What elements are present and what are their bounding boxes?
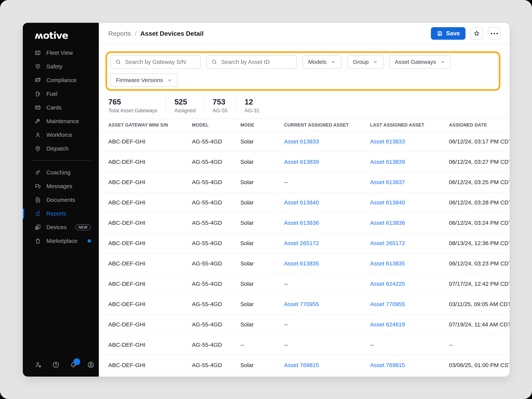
asset-link[interactable]: Asset 265172 xyxy=(370,240,405,246)
stat-ag-31: 12 AG-31 xyxy=(245,98,268,114)
new-badge: NEW xyxy=(76,224,91,230)
asset-link[interactable]: Asset 624225 xyxy=(370,281,405,287)
cell-last: Asset 624619 xyxy=(370,321,449,328)
cell-date: 06/12/24, 03:28 PM CDT xyxy=(449,199,510,206)
stat-value: 525 xyxy=(174,98,196,106)
asset-devices-table: ASSET GATEWAY MINI S/N MODEL MODE CURREN… xyxy=(99,119,510,375)
asset-link[interactable]: Asset 613835 xyxy=(284,260,319,266)
cell-last: Asset 613836 xyxy=(370,220,449,226)
asset-link[interactable]: Asset 613840 xyxy=(370,199,405,206)
asset-link[interactable]: Asset 613835 xyxy=(370,260,405,266)
sidebar-nav: Fleet View Safety Compliance Fuel Cards xyxy=(23,46,99,248)
gateway-search-input[interactable] xyxy=(125,58,196,65)
asset-search-input[interactable] xyxy=(221,58,292,65)
sidebar: ʍotive Fleet View Safety Compliance Fuel xyxy=(23,23,99,377)
stat-label: Assigned xyxy=(174,108,196,114)
cell-date: 07/17/24, 12:42 PM CDT xyxy=(449,281,510,287)
search-icon xyxy=(211,59,217,65)
asset-gateways-dropdown[interactable]: Asset Gateways xyxy=(389,55,451,69)
asset-link[interactable]: Asset 624619 xyxy=(370,321,405,328)
asset-link[interactable]: Asset 613840 xyxy=(284,199,319,206)
asset-link[interactable]: Asset 613833 xyxy=(284,138,319,145)
chevron-down-icon xyxy=(440,59,445,64)
sidebar-item-dispatch[interactable]: Dispatch xyxy=(23,142,99,155)
column-header-model: MODEL xyxy=(192,122,240,128)
cell-sn: ABC-DEF-GHI xyxy=(108,179,192,185)
sidebar-item-fuel[interactable]: Fuel xyxy=(23,87,99,101)
stats-row: 765 Total Asset Gateways 525 Assigned 75… xyxy=(99,91,510,114)
sidebar-footer xyxy=(23,361,99,377)
sidebar-item-compliance[interactable]: Compliance xyxy=(23,73,99,87)
account-icon[interactable] xyxy=(87,361,95,369)
table-row: ABC-DEF-GHIAG-55-4GDSolarAsset 769815Ass… xyxy=(99,355,510,375)
sidebar-item-label: Fuel xyxy=(46,91,57,97)
table-row: ABC-DEF-GHIAG-55-4GD-------- xyxy=(99,335,510,355)
user-settings-icon[interactable] xyxy=(35,361,42,369)
cell-mode: Solar xyxy=(240,321,284,328)
asset-link[interactable]: Asset 265172 xyxy=(284,240,319,246)
save-button[interactable]: Save xyxy=(431,27,466,40)
cell-model: AG-55-4GD xyxy=(192,179,240,185)
favorite-button[interactable] xyxy=(470,27,483,40)
cell-mode: Solar xyxy=(240,179,284,185)
stat-ag-55: 753 AG-55 xyxy=(213,98,236,114)
breadcrumb-parent[interactable]: Reports xyxy=(108,30,131,37)
star-icon xyxy=(474,30,480,37)
asset-link[interactable]: Asset 613836 xyxy=(284,220,319,226)
sidebar-divider xyxy=(32,160,91,161)
sidebar-item-messages[interactable]: Messages xyxy=(23,179,99,193)
asset-link[interactable]: Asset 613833 xyxy=(370,138,405,145)
sidebar-item-workforce[interactable]: Workforce xyxy=(23,128,99,142)
cell-model: AG-55-4GD xyxy=(192,199,240,206)
sidebar-item-documents[interactable]: Documents xyxy=(23,193,99,207)
chat-bubbles-icon xyxy=(35,183,41,190)
asset-link[interactable]: Asset 613839 xyxy=(284,159,319,165)
cell-current: Asset 613833 xyxy=(284,138,370,145)
help-icon[interactable] xyxy=(52,361,60,369)
cell-mode: Solar xyxy=(240,138,284,145)
sidebar-item-devices[interactable]: Devices NEW xyxy=(23,220,99,234)
cell-sn: ABC-DEF-GHI xyxy=(108,199,192,206)
sidebar-item-maintenance[interactable]: Maintenance xyxy=(23,114,99,128)
sidebar-item-safety[interactable]: Safety xyxy=(23,60,99,73)
sidebar-item-label: Maintenance xyxy=(46,118,79,124)
firmware-versions-dropdown[interactable]: Firmware Versions xyxy=(110,74,178,87)
asset-link[interactable]: Asset 613836 xyxy=(370,220,405,226)
app-window: ʍotive Fleet View Safety Compliance Fuel xyxy=(23,23,510,377)
group-dropdown[interactable]: Group xyxy=(347,55,383,69)
more-actions-button[interactable] xyxy=(488,27,500,40)
page-title: Asset Devices Detail xyxy=(140,30,204,37)
cell-last: Asset 769815 xyxy=(370,362,449,368)
sidebar-item-marketplace[interactable]: Marketplace xyxy=(23,234,99,248)
notifications-bell-icon[interactable] xyxy=(70,361,77,369)
asset-link[interactable]: Asset 613839 xyxy=(370,159,405,165)
column-header-last-assigned-asset: LAST ASSIGNED ASSET xyxy=(370,122,449,128)
gateway-search-box xyxy=(110,55,201,69)
stat-total-asset-gateways: 765 Total Asset Gateways xyxy=(108,98,166,114)
asset-link[interactable]: Asset 769815 xyxy=(284,362,319,368)
sidebar-item-label: Reports xyxy=(46,210,66,217)
cell-current: Asset 613840 xyxy=(284,199,370,206)
table-row: ABC-DEF-GHIAG-55-4GDSolarAsset 613833Ass… xyxy=(99,132,510,152)
marketplace-notification-dot xyxy=(88,239,91,243)
cell-mode: Solar xyxy=(240,260,284,267)
models-dropdown[interactable]: Models xyxy=(303,55,342,69)
asset-link[interactable]: Asset 769815 xyxy=(370,362,405,368)
filter-row-1: Models Group Asset Gateways xyxy=(110,55,496,69)
asset-link[interactable]: Asset 770955 xyxy=(284,301,319,307)
cell-last: Asset 265172 xyxy=(370,240,449,247)
sidebar-item-coaching[interactable]: Coaching xyxy=(23,166,99,179)
sidebar-item-fleet-view[interactable]: Fleet View xyxy=(23,46,99,60)
active-indicator xyxy=(23,209,24,218)
sidebar-item-label: Dispatch xyxy=(46,145,69,152)
asset-link[interactable]: Asset 770955 xyxy=(370,301,405,307)
asset-link[interactable]: Asset 613837 xyxy=(370,179,405,185)
sidebar-item-cards[interactable]: Cards xyxy=(23,101,99,114)
chevron-down-icon xyxy=(167,78,172,83)
sidebar-item-reports[interactable]: Reports xyxy=(23,207,99,220)
cell-current: Asset 613836 xyxy=(284,220,370,226)
cell-current: Asset 769815 xyxy=(284,362,370,368)
sidebar-item-label: Cards xyxy=(46,104,62,111)
stat-value: 765 xyxy=(108,98,157,106)
search-icon xyxy=(115,59,121,65)
